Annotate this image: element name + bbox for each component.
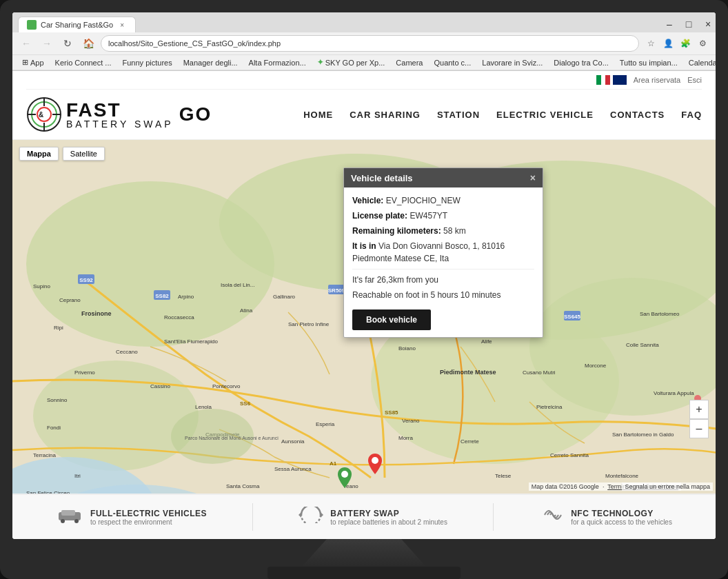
svg-text:Arpino: Arpino	[178, 294, 194, 300]
bookmark-alta[interactable]: Alta Formazion...	[245, 57, 310, 68]
svg-text:Isola del Lin...: Isola del Lin...	[221, 282, 254, 288]
tab-bar: Car Sharing Fast&Go × – □ ×	[12, 12, 716, 32]
bookmark-apps[interactable]: ⊞ App	[18, 57, 48, 68]
svg-text:Pietrelcina: Pietrelcina	[536, 404, 563, 410]
svg-text:Esperia: Esperia	[316, 421, 335, 427]
monitor-base	[267, 567, 461, 579]
bookmark-lavorare[interactable]: Lavorare in Sviz...	[478, 57, 547, 68]
map-container: SS85 A1 SS6 Frosinone Arpino Atina Sora …	[12, 140, 716, 494]
nav-car-sharing[interactable]: CAR SHARING	[350, 110, 421, 120]
popup-vehicle-value: EV_PIOCHIO_NEW	[386, 196, 461, 205]
svg-text:Cerrete: Cerrete	[461, 438, 479, 445]
book-vehicle-button[interactable]: Book vehicle	[352, 309, 431, 330]
window-controls: – □ ×	[662, 17, 716, 32]
bookmark-sky[interactable]: ✦ SKY GO per Xp...	[313, 57, 390, 68]
footer-battery-main: BATTERY SWAP	[330, 509, 447, 518]
zoom-out-button[interactable]: –	[689, 419, 709, 438]
bookmark-label: SKY GO per Xp...	[325, 59, 385, 67]
browser-tab-active[interactable]: Car Sharing Fast&Go ×	[18, 17, 136, 32]
svg-text:Roccasecca: Roccasecca	[164, 314, 194, 321]
language-flags	[596, 75, 627, 85]
person-icon[interactable]: 👤	[660, 36, 676, 51]
nav-station[interactable]: STATION	[437, 110, 480, 120]
home-nav-button[interactable]: 🏠	[80, 35, 97, 52]
satellite-view-button[interactable]: Satellite	[63, 147, 105, 161]
popup-divider	[352, 269, 534, 270]
footer-nfc-sub: for a quick access to the vehicles	[571, 518, 672, 526]
english-flag[interactable]	[613, 75, 627, 85]
footer-battery-sub: to replace batteries in about 2 minutes	[330, 518, 447, 526]
nav-electric-vehicle[interactable]: ELECTRIC VEHICLE	[496, 110, 594, 120]
bookmark-star-icon[interactable]: ☆	[643, 36, 658, 51]
bookmark-camera[interactable]: Camera	[392, 57, 427, 68]
forward-button[interactable]: →	[39, 35, 55, 52]
tab-close-button[interactable]: ×	[117, 20, 127, 30]
navigation-bar: ← → ↻ 🏠 ☆ 👤 🧩 ⚙	[12, 32, 716, 55]
vehicle-details-popup: Vehicle details × Vehicle: EV_PIOCHIO_NE…	[343, 167, 543, 338]
reload-button[interactable]: ↻	[59, 35, 76, 52]
logo-tagline: BATTERY SWAP	[66, 119, 174, 130]
apps-icon: ⊞	[22, 58, 28, 67]
map-report-link[interactable]: Segnala un errore nella mappa	[622, 482, 713, 491]
map-view-button[interactable]: Mappa	[19, 147, 59, 161]
svg-text:Colle Sannita: Colle Sannita	[626, 342, 659, 348]
bookmark-label: Alta Formazion...	[249, 59, 306, 67]
site-footer: FULL-ELECTRIC VEHICLES to respect the en…	[12, 494, 716, 539]
popup-distance-row: It's far 26,3km from you	[352, 274, 534, 286]
back-button[interactable]: ←	[18, 35, 34, 52]
area-riservata-link[interactable]: Area riservata	[634, 76, 680, 84]
bookmark-label: App	[30, 59, 44, 67]
svg-text:SS82: SS82	[155, 293, 169, 299]
popup-location-row: It is in Via Don Giovanni Bosco, 1, 8101…	[352, 240, 534, 265]
bookmark-label: Funny pictures	[123, 59, 172, 67]
svg-text:SS6: SS6	[240, 400, 251, 407]
settings-icon[interactable]: ⚙	[695, 36, 710, 51]
car-icon	[56, 507, 83, 527]
footer-nfc-item: NFC TECHNOLOGY for a quick access to the…	[539, 507, 672, 527]
svg-text:SS645: SS645	[564, 314, 581, 320]
svg-text:Ceprano: Ceprano	[59, 297, 81, 303]
svg-point-12	[33, 360, 199, 471]
svg-text:Frosinone: Frosinone	[81, 310, 112, 317]
nav-home[interactable]: HOME	[303, 110, 333, 120]
map-zoom-controls: + –	[689, 400, 709, 438]
popup-km-row: Remaining kilometers: 58 km	[352, 225, 534, 237]
italian-flag[interactable]	[596, 75, 610, 85]
bookmark-label: Camera	[396, 59, 423, 67]
bookmark-tutto[interactable]: Tutto su impian...	[616, 57, 682, 68]
bookmark-label: Kerio Connect ...	[55, 59, 112, 67]
svg-text:Verano: Verano	[402, 418, 420, 424]
svg-text:Terracina: Terracina	[33, 452, 56, 458]
zoom-in-button[interactable]: +	[689, 400, 709, 419]
vehicle-marker-red[interactable]	[368, 454, 382, 477]
tab-favicon	[27, 20, 37, 30]
svg-marker-100	[321, 512, 323, 518]
nav-faq[interactable]: FAQ	[681, 110, 702, 120]
nav-contacts[interactable]: CONTACTS	[610, 110, 665, 120]
map-type-controls: Mappa Satellite	[19, 147, 105, 161]
bookmark-label: Calendario Seri...	[689, 59, 716, 67]
bookmark-label: Quanto c...	[434, 59, 471, 67]
bookmark-calendario[interactable]: Calendario Seri...	[685, 57, 716, 68]
bookmark-quanto[interactable]: Quanto c...	[429, 57, 475, 68]
bookmark-dialogo[interactable]: Dialogo tra Co...	[549, 57, 612, 68]
popup-reachable-row: Reachable on foot in 5 hours 10 minutes	[352, 289, 534, 301]
svg-text:A1: A1	[330, 460, 337, 467]
popup-plate-row: License plate: EW457YT	[352, 210, 534, 222]
vehicle-marker-green-1[interactable]	[338, 467, 352, 491]
svg-text:Aunsonia: Aunsonia	[281, 438, 305, 445]
esci-link[interactable]: Esci	[687, 76, 702, 84]
close-button[interactable]: ×	[700, 17, 716, 32]
bookmark-kerio[interactable]: Kerio Connect ...	[51, 57, 116, 68]
address-bar[interactable]	[101, 35, 639, 52]
svg-text:Parco Nazionale dei Monti Auso: Parco Nazionale dei Monti Ausoni e Aurun…	[185, 436, 279, 440]
bookmark-funny[interactable]: Funny pictures	[119, 57, 176, 68]
popup-reachable-text: Reachable on foot in 5 hours 10 minutes	[352, 290, 501, 300]
minimize-button[interactable]: –	[662, 17, 677, 32]
maximize-button[interactable]: □	[681, 17, 696, 32]
bookmark-manager[interactable]: Manager degli...	[179, 57, 242, 68]
svg-text:Itri: Itri	[74, 473, 81, 479]
extensions-icon[interactable]: 🧩	[678, 36, 693, 51]
popup-close-button[interactable]: ×	[530, 172, 536, 183]
footer-divider-1	[252, 503, 253, 531]
